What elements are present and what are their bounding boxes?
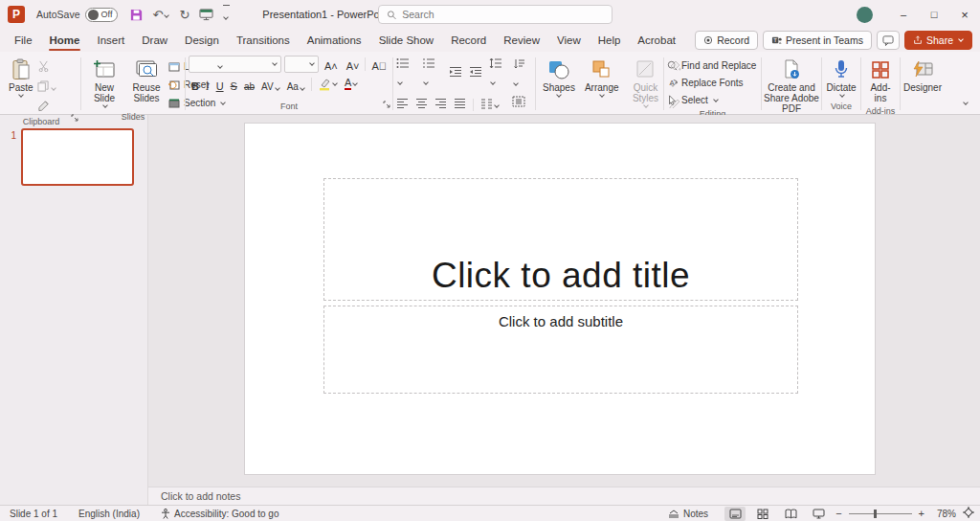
decrease-indent-icon[interactable] [449,64,462,81]
group-designer: Designer [901,54,945,114]
grow-font-icon[interactable]: A˄ [322,57,341,72]
slide-sorter-view-button[interactable] [752,507,773,521]
autosave-toggle[interactable]: AutoSave Off [36,8,118,22]
new-slide-dropdown-icon[interactable] [102,102,108,108]
justify-icon[interactable] [454,96,466,113]
clipboard-dialog-launcher-icon[interactable] [71,113,78,125]
minimize-button[interactable]: – [888,0,919,29]
slide-count[interactable]: Slide 1 of 1 [10,509,57,519]
tab-draw[interactable]: Draw [133,31,176,51]
redo-icon[interactable]: ↻ [179,8,189,22]
close-button[interactable]: × [949,0,980,29]
underline-icon[interactable]: U [213,77,227,92]
comments-button[interactable] [877,31,900,50]
reading-view-button[interactable] [780,507,801,521]
numbering-icon[interactable] [422,56,441,90]
font-dialog-launcher-icon[interactable] [383,100,390,111]
fit-to-window-button[interactable] [963,507,974,520]
svg-text:T: T [773,37,777,43]
slide-thumbnail[interactable] [21,128,134,186]
clear-formatting-icon[interactable]: A⃠ [368,57,390,72]
align-right-icon[interactable] [434,96,447,113]
zoom-level[interactable]: 78% [931,509,956,519]
arrange-dropdown-icon[interactable] [599,92,605,98]
slide-number: 1 [7,130,16,141]
customize-qat-icon[interactable] [223,5,230,25]
font-name-combo[interactable] [189,56,281,73]
autosave-state: Off [101,10,113,19]
save-icon[interactable] [129,8,144,22]
zoom-slider-thumb[interactable] [874,510,877,518]
dictate-button[interactable]: Dictate [822,56,859,101]
tab-record[interactable]: Record [442,31,495,51]
tab-review[interactable]: Review [495,31,548,51]
line-spacing-icon[interactable] [489,56,508,90]
text-direction-icon[interactable] [512,57,532,91]
search-box[interactable] [378,5,612,24]
italic-icon[interactable]: I [203,77,212,92]
font-size-combo[interactable] [284,56,319,73]
font-color-icon[interactable]: A [342,77,361,92]
highlight-color-icon[interactable] [315,77,341,92]
record-button[interactable]: Record [695,31,758,50]
addins-icon [871,57,890,82]
new-slide-button[interactable]: New Slide [84,56,124,111]
title-placeholder[interactable]: Click to add title [323,178,798,301]
zoom-slider[interactable] [849,513,912,514]
shapes-dropdown-icon[interactable] [557,92,563,98]
present-in-teams-button[interactable]: T Present in Teams [763,31,872,50]
tab-acrobat[interactable]: Acrobat [629,31,684,51]
reuse-slides-button[interactable]: Reuse Slides [126,56,167,111]
shrink-font-icon[interactable]: A˅ [344,57,363,72]
accessibility-status[interactable]: Accessibility: Good to go [161,509,279,519]
align-center-icon[interactable] [415,96,428,113]
collapse-ribbon-icon[interactable] [963,100,969,105]
text-shadow-icon[interactable]: S [228,77,240,92]
tab-insert[interactable]: Insert [88,31,133,51]
change-case-icon[interactable]: Aa [284,77,308,92]
share-button[interactable]: Share [904,31,972,50]
tab-design[interactable]: Design [176,31,228,51]
align-left-icon[interactable] [396,96,409,113]
bullets-icon[interactable] [396,56,415,90]
tab-home[interactable]: Home [41,31,89,51]
slide-canvas[interactable]: Click to add title Click to add subtitle [244,123,876,475]
paste-button[interactable]: Paste [5,56,37,116]
search-input[interactable] [402,9,604,20]
paste-dropdown-icon[interactable] [18,92,24,98]
format-painter-icon[interactable] [37,99,56,116]
zoom-out-button[interactable]: − [835,508,841,519]
create-pdf-button[interactable]: Create and Share Adobe PDF [760,56,823,116]
tab-help[interactable]: Help [590,31,630,51]
strikethrough-icon[interactable]: ab [241,77,257,92]
shape-fill-icon[interactable] [669,57,681,92]
notes-toggle-button[interactable]: Notes [668,509,708,519]
slide-thumbnail-panel[interactable]: 1 [0,115,148,505]
normal-view-button[interactable] [724,507,746,521]
columns-icon[interactable] [480,96,500,113]
zoom-in-button[interactable]: + [919,508,924,519]
maximize-button[interactable]: □ [919,0,949,29]
tab-slide-show[interactable]: Slide Show [370,31,443,51]
undo-icon[interactable]: ↶ [153,8,170,22]
notes-pane[interactable]: Click to add notes [148,487,980,505]
addins-button[interactable]: Add-ins [864,56,897,105]
tab-transitions[interactable]: Transitions [228,31,299,51]
designer-button[interactable]: Designer [900,56,946,101]
slideshow-view-button[interactable] [808,507,829,521]
undo-dropdown-icon[interactable] [165,12,170,18]
user-avatar[interactable] [857,7,873,23]
dictate-dropdown-icon[interactable] [839,92,845,98]
cut-icon[interactable] [37,58,56,76]
autosave-switch-icon[interactable]: Off [85,8,118,22]
bold-icon[interactable]: B [189,77,202,92]
tab-file[interactable]: File [6,31,41,51]
copy-icon[interactable] [37,79,56,96]
increase-indent-icon[interactable] [469,64,482,81]
start-slideshow-icon[interactable] [199,8,213,21]
language-status[interactable]: English (India) [78,509,140,519]
subtitle-placeholder[interactable]: Click to add subtitle [323,306,798,394]
tab-view[interactable]: View [548,31,590,51]
character-spacing-icon[interactable]: AV [258,77,283,92]
tab-animations[interactable]: Animations [299,31,370,51]
